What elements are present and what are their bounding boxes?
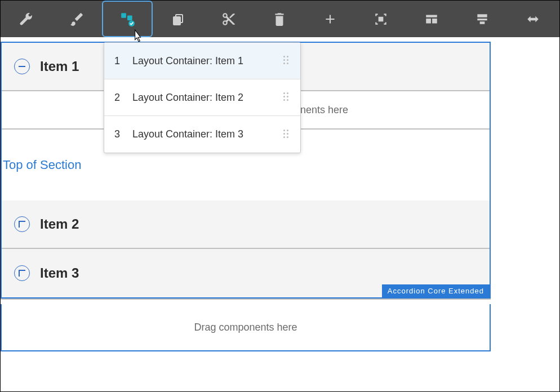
drag-handle-icon[interactable]: [283, 130, 290, 140]
drag-handle-icon[interactable]: [283, 56, 290, 66]
toolbar-cut-button[interactable]: [203, 1, 254, 37]
accordion-item-title: Item 2: [40, 216, 79, 232]
copy-icon: [171, 12, 185, 26]
structure-icon: [475, 12, 490, 26]
toolbar-layout-button[interactable]: [406, 1, 457, 37]
expand-icon[interactable]: [14, 265, 30, 281]
parsys-dropzone[interactable]: Drag components here: [1, 304, 491, 351]
wrench-icon: [19, 12, 33, 26]
dropdown-item-2[interactable]: 2 Layout Container: Item 2: [104, 79, 300, 116]
dropdown-index: 2: [114, 92, 126, 104]
dropdown-index: 1: [114, 55, 126, 67]
section-top-link[interactable]: Top of Section: [3, 158, 81, 172]
toolbar-insert-button[interactable]: [305, 1, 355, 37]
toolbar-delete-button[interactable]: [254, 1, 305, 37]
dropdown-label: Layout Container: Item 1: [132, 55, 283, 67]
group-icon: [374, 12, 388, 26]
cut-icon: [221, 12, 236, 26]
layout-icon: [424, 12, 439, 26]
component-toolbar: [1, 1, 559, 37]
svg-rect-0: [121, 13, 126, 18]
toolbar-panel-select-button[interactable]: [102, 1, 153, 37]
svg-rect-1: [127, 15, 132, 20]
panel-select-icon: [120, 12, 135, 26]
accordion-item-title: Item 3: [40, 265, 79, 281]
dropdown-label: Layout Container: Item 2: [132, 92, 283, 104]
expand-icon[interactable]: [14, 216, 30, 232]
panel-select-dropdown: 1 Layout Container: Item 1 2 Layout Cont…: [104, 42, 301, 153]
toolbar-convert-button[interactable]: [508, 1, 558, 37]
collapse-icon[interactable]: [14, 59, 30, 74]
dropdown-item-1[interactable]: 1 Layout Container: Item 1: [104, 43, 300, 79]
convert-icon: [526, 12, 540, 26]
component-type-badge: Accordion Core Extended: [382, 284, 490, 297]
accordion-item-header-2[interactable]: Item 2: [2, 201, 490, 249]
toolbar-configure-button[interactable]: [1, 1, 51, 37]
dropdown-label: Layout Container: Item 3: [132, 128, 283, 140]
toolbar-copy-button[interactable]: [153, 1, 203, 37]
brush-icon: [69, 12, 84, 26]
accordion-item-title: Item 1: [40, 59, 79, 74]
dropdown-item-3[interactable]: 3 Layout Container: Item 3: [104, 116, 300, 153]
toolbar-styles-button[interactable]: [51, 1, 102, 37]
toolbar-group-button[interactable]: [355, 1, 406, 37]
delete-icon: [272, 12, 287, 26]
drag-handle-icon[interactable]: [283, 92, 290, 103]
parsys-drop-text: Drag components here: [194, 322, 297, 333]
dropdown-index: 3: [114, 128, 126, 140]
insert-icon: [323, 12, 337, 26]
parsys-wrap: Drag components here: [1, 299, 491, 351]
toolbar-structure-button[interactable]: [457, 1, 508, 37]
